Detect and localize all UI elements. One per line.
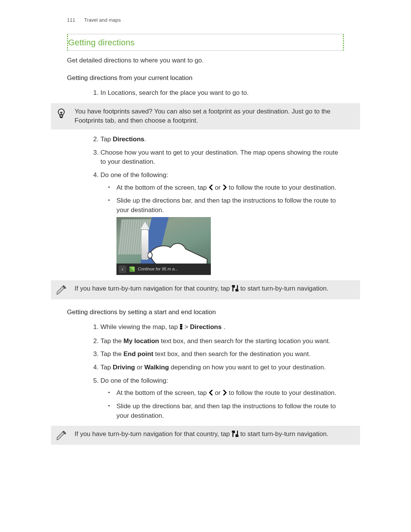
step-3: Choose how you want to get to your desti…	[100, 148, 344, 167]
s2s2-pre: Tap the	[100, 337, 124, 345]
step-2-pre: Tap	[100, 136, 113, 143]
s2b1-pre: At the bottom of the screen, tap	[116, 389, 209, 396]
b1-post: to follow the route to your destination.	[229, 184, 336, 191]
turn-by-turn-icon	[232, 430, 239, 440]
pencil-icon	[55, 284, 68, 296]
menu-icon	[180, 323, 183, 333]
s2s5-text: Do one of the following:	[100, 377, 168, 384]
tip-callout: You have footprints saved? You can also …	[51, 103, 360, 129]
illus-chevron-left-icon: ‹	[119, 265, 126, 273]
chevron-right-icon	[223, 389, 227, 399]
s2s4-b1: Driving	[113, 364, 135, 371]
tip-text: You have footprints saved? You can also …	[75, 107, 355, 126]
s2s4-post: depending on how you want to get to your…	[169, 364, 326, 371]
pencil-icon	[55, 430, 68, 441]
step-2: Tap Directions.	[100, 135, 344, 144]
s2s3-bold: End point	[124, 350, 153, 358]
s2s1-pre: While viewing the map, tap	[100, 323, 180, 331]
s2s4-b2: Walking	[144, 364, 169, 371]
s2b1-mid: or	[215, 389, 223, 396]
s2s1-mid: >	[185, 323, 190, 331]
svg-rect-9	[180, 326, 182, 328]
svg-point-5	[148, 252, 152, 258]
step-4: Do one of the following: At the bottom o…	[100, 171, 344, 275]
s2-bullet-2: Slide up the directions bar, and then ta…	[115, 402, 344, 420]
svg-rect-8	[180, 324, 182, 326]
chevron-right-icon	[223, 184, 227, 193]
s2-step-1: While viewing the map, tap > Directions …	[100, 323, 344, 333]
s2s4-pre: Tap	[100, 364, 113, 371]
note1-post: to start turn-by-turn navigation.	[240, 285, 328, 292]
steps-group-3: While viewing the map, tap > Directions …	[67, 323, 344, 420]
step-4-text: Do one of the following:	[100, 171, 168, 179]
page-header: 111 Travel and maps	[67, 17, 344, 24]
s2s2-post: text box, and then search for the starti…	[159, 337, 330, 345]
note2-post: to start turn-by-turn navigation.	[240, 430, 328, 438]
note1-pre: If you have turn-by-turn navigation for …	[75, 285, 232, 292]
step-1: In Locations, search for the place you w…	[100, 88, 344, 98]
lightbulb-icon	[55, 107, 68, 119]
s2s2-bold: My location	[124, 337, 159, 345]
step-4-bullet-1: At the bottom of the screen, tap or to f…	[115, 183, 344, 193]
section-intro: Get detailed directions to where you wan…	[67, 56, 344, 66]
s2-step-3: Tap the End point text box, and then sea…	[100, 350, 344, 359]
note-text-1: If you have turn-by-turn navigation for …	[75, 284, 355, 295]
b1-mid: or	[215, 184, 223, 191]
page-number: 111	[67, 17, 75, 24]
svg-line-11	[58, 432, 64, 438]
illus-caption: Continue for 95 m a...	[138, 266, 178, 272]
svg-line-6	[58, 286, 64, 293]
b1-pre: At the bottom of the screen, tap	[116, 184, 209, 191]
s2s3-pre: Tap the	[100, 350, 124, 358]
s2-step-5: Do one of the following: At the bottom o…	[100, 376, 344, 421]
note-callout-1: If you have turn-by-turn navigation for …	[51, 280, 360, 299]
s2-step-2: Tap the My location text box, and then s…	[100, 337, 344, 346]
s2s1-post: .	[221, 323, 225, 331]
chevron-left-icon	[209, 389, 213, 399]
note2-pre: If you have turn-by-turn navigation for …	[75, 430, 232, 438]
manual-page: 111 Travel and maps Getting directions G…	[0, 0, 411, 473]
chapter-name: Travel and maps	[84, 17, 121, 23]
note-callout-2: If you have turn-by-turn navigation for …	[51, 426, 360, 445]
step-2-bold: Directions	[113, 136, 144, 143]
chevron-left-icon	[209, 184, 213, 193]
s2b1-post: to follow the route to your destination.	[229, 389, 336, 396]
turn-by-turn-icon	[232, 285, 239, 295]
step-2-post: .	[144, 136, 146, 143]
step-4-bullet-2: Slide up the directions bar, and then ta…	[115, 196, 344, 275]
note-text-2: If you have turn-by-turn navigation for …	[75, 430, 355, 440]
subsection-title-current-location: Getting directions from your current loc…	[67, 73, 344, 83]
s2s1-bold: Directions	[190, 323, 221, 331]
flag-icon	[129, 267, 135, 272]
section-title: Getting directions	[67, 34, 344, 51]
svg-rect-10	[180, 328, 182, 329]
s2s3-post: text box, and then search for the destin…	[153, 350, 311, 358]
subsection-title-start-end: Getting directions by setting a start an…	[67, 308, 344, 317]
s2s4-mid: or	[135, 364, 145, 371]
s2-step-4: Tap Driving or Walking depending on how …	[100, 363, 344, 372]
b2-text: Slide up the directions bar, and then ta…	[116, 197, 336, 214]
s2-bullet-1: At the bottom of the screen, tap or to f…	[115, 388, 344, 399]
steps-group-2: Tap Directions. Choose how you want to g…	[67, 135, 344, 275]
slide-up-illustration: ‹ Continue for 95 m a...	[116, 217, 211, 275]
steps-group-1: In Locations, search for the place you w…	[67, 88, 344, 98]
